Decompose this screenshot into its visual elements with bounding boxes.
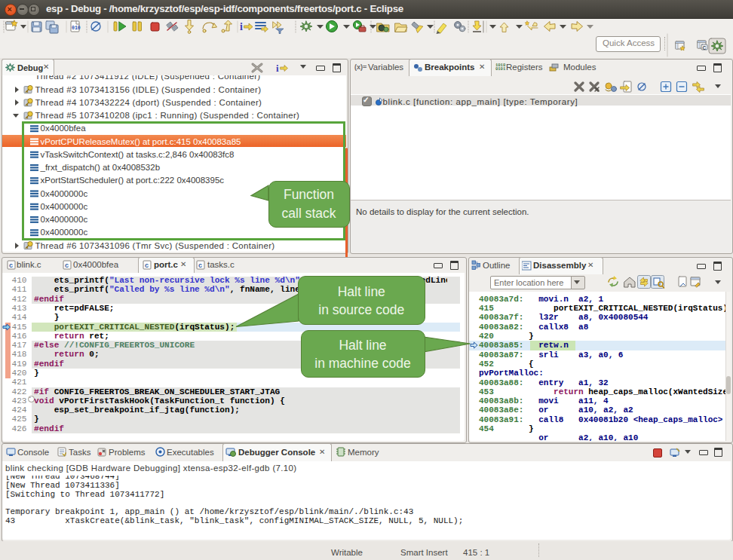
svg-text:c: c [145,262,149,269]
svg-text:C: C [703,45,707,50]
svg-text:c: c [65,262,69,269]
svg-text:c: c [9,262,13,269]
svg-text:010: 010 [72,26,81,31]
svg-text:c: c [198,262,202,269]
svg-text:i: i [276,63,279,74]
svg-text:i: i [240,21,243,32]
